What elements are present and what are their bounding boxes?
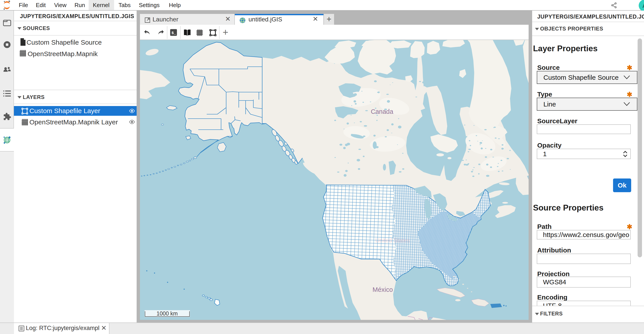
svg-text:México: México (372, 286, 393, 293)
svg-text:Canada: Canada (371, 108, 393, 115)
svg-text:United States: United States (376, 237, 410, 244)
svg-text:1000 km: 1000 km (156, 310, 178, 317)
svg-text:$_: $_ (172, 31, 176, 35)
